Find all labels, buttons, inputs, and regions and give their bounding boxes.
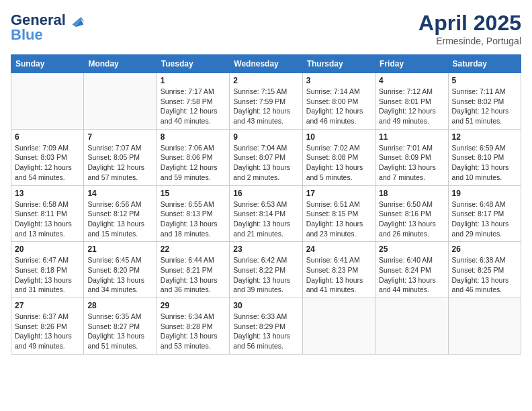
- day-number: 5: [452, 76, 517, 85]
- day-info: Sunrise: 6:40 AM Sunset: 8:24 PM Dayligh…: [379, 255, 444, 295]
- day-info: Sunrise: 6:53 AM Sunset: 8:14 PM Dayligh…: [233, 199, 298, 239]
- day-info: Sunrise: 6:55 AM Sunset: 8:13 PM Dayligh…: [161, 199, 226, 239]
- day-number: 8: [161, 132, 226, 142]
- day-info: Sunrise: 6:47 AM Sunset: 8:18 PM Dayligh…: [15, 255, 80, 295]
- day-info: Sunrise: 6:51 AM Sunset: 8:15 PM Dayligh…: [306, 199, 371, 239]
- calendar-week-row: 1Sunrise: 7:17 AM Sunset: 7:58 PM Daylig…: [11, 73, 521, 130]
- day-number: 12: [452, 132, 517, 142]
- day-info: Sunrise: 7:07 AM Sunset: 8:05 PM Dayligh…: [87, 143, 152, 183]
- calendar-header-row: Sunday Monday Tuesday Wednesday Thursday…: [11, 55, 521, 73]
- day-info: Sunrise: 6:59 AM Sunset: 8:10 PM Dayligh…: [452, 143, 517, 183]
- day-info: Sunrise: 6:56 AM Sunset: 8:12 PM Dayligh…: [87, 199, 152, 239]
- table-row: 8Sunrise: 7:06 AM Sunset: 8:06 PM Daylig…: [157, 129, 229, 185]
- day-number: 1: [161, 76, 226, 85]
- table-row: 15Sunrise: 6:55 AM Sunset: 8:13 PM Dayli…: [157, 185, 229, 242]
- day-number: 17: [306, 189, 371, 198]
- table-row: 5Sunrise: 7:11 AM Sunset: 8:02 PM Daylig…: [448, 73, 521, 130]
- col-thursday: Thursday: [302, 55, 375, 73]
- day-number: 6: [15, 132, 80, 142]
- day-number: 14: [87, 189, 152, 198]
- day-info: Sunrise: 7:04 AM Sunset: 8:07 PM Dayligh…: [233, 143, 298, 183]
- day-info: Sunrise: 7:14 AM Sunset: 8:00 PM Dayligh…: [306, 87, 371, 126]
- logo: General Blue: [11, 11, 86, 43]
- day-number: 27: [15, 301, 80, 310]
- day-info: Sunrise: 6:50 AM Sunset: 8:16 PM Dayligh…: [379, 199, 444, 239]
- table-row: 18Sunrise: 6:50 AM Sunset: 8:16 PM Dayli…: [375, 185, 448, 242]
- calendar-week-row: 6Sunrise: 7:09 AM Sunset: 8:03 PM Daylig…: [11, 129, 521, 185]
- day-number: 16: [233, 189, 298, 198]
- day-number: 26: [452, 244, 517, 254]
- day-info: Sunrise: 7:06 AM Sunset: 8:06 PM Dayligh…: [161, 143, 226, 183]
- day-info: Sunrise: 6:44 AM Sunset: 8:21 PM Dayligh…: [161, 255, 226, 295]
- table-row: 2Sunrise: 7:15 AM Sunset: 7:59 PM Daylig…: [230, 73, 302, 130]
- table-row: 16Sunrise: 6:53 AM Sunset: 8:14 PM Dayli…: [230, 185, 302, 242]
- table-row: 21Sunrise: 6:45 AM Sunset: 8:20 PM Dayli…: [84, 242, 157, 298]
- table-row: 19Sunrise: 6:48 AM Sunset: 8:17 PM Dayli…: [448, 185, 521, 242]
- calendar-week-row: 27Sunrise: 6:37 AM Sunset: 8:26 PM Dayli…: [11, 298, 521, 355]
- day-number: 7: [87, 132, 152, 142]
- table-row: 22Sunrise: 6:44 AM Sunset: 8:21 PM Dayli…: [157, 242, 229, 298]
- day-number: 25: [379, 244, 444, 254]
- col-wednesday: Wednesday: [230, 55, 302, 73]
- day-info: Sunrise: 7:15 AM Sunset: 7:59 PM Dayligh…: [233, 87, 298, 126]
- day-number: 29: [161, 301, 226, 310]
- calendar-subtitle: Ermesinde, Portugal: [418, 36, 521, 46]
- table-row: 10Sunrise: 7:02 AM Sunset: 8:08 PM Dayli…: [302, 129, 375, 185]
- day-info: Sunrise: 7:01 AM Sunset: 8:09 PM Dayligh…: [379, 143, 444, 183]
- table-row: [448, 298, 521, 355]
- table-row: 24Sunrise: 6:41 AM Sunset: 8:23 PM Dayli…: [302, 242, 375, 298]
- day-info: Sunrise: 6:34 AM Sunset: 8:28 PM Dayligh…: [161, 312, 226, 351]
- col-friday: Friday: [375, 55, 448, 73]
- day-number: 4: [379, 76, 444, 85]
- logo-icon: [67, 11, 86, 30]
- day-number: 19: [452, 189, 517, 198]
- table-row: 9Sunrise: 7:04 AM Sunset: 8:07 PM Daylig…: [230, 129, 302, 185]
- day-number: 3: [306, 76, 371, 85]
- table-row: 11Sunrise: 7:01 AM Sunset: 8:09 PM Dayli…: [375, 129, 448, 185]
- day-info: Sunrise: 7:09 AM Sunset: 8:03 PM Dayligh…: [15, 143, 80, 183]
- calendar-title: April 2025: [418, 11, 521, 36]
- table-row: 12Sunrise: 6:59 AM Sunset: 8:10 PM Dayli…: [448, 129, 521, 185]
- day-info: Sunrise: 6:35 AM Sunset: 8:27 PM Dayligh…: [87, 312, 152, 351]
- day-info: Sunrise: 6:42 AM Sunset: 8:22 PM Dayligh…: [233, 255, 298, 295]
- table-row: 3Sunrise: 7:14 AM Sunset: 8:00 PM Daylig…: [302, 73, 375, 130]
- calendar-week-row: 13Sunrise: 6:58 AM Sunset: 8:11 PM Dayli…: [11, 185, 521, 242]
- col-monday: Monday: [84, 55, 157, 73]
- table-row: [302, 298, 375, 355]
- day-info: Sunrise: 7:12 AM Sunset: 8:01 PM Dayligh…: [379, 87, 444, 126]
- table-row: 25Sunrise: 6:40 AM Sunset: 8:24 PM Dayli…: [375, 242, 448, 298]
- day-info: Sunrise: 6:37 AM Sunset: 8:26 PM Dayligh…: [15, 312, 80, 351]
- table-row: 7Sunrise: 7:07 AM Sunset: 8:05 PM Daylig…: [84, 129, 157, 185]
- table-row: 1Sunrise: 7:17 AM Sunset: 7:58 PM Daylig…: [157, 73, 229, 130]
- table-row: 14Sunrise: 6:56 AM Sunset: 8:12 PM Dayli…: [84, 185, 157, 242]
- day-info: Sunrise: 6:45 AM Sunset: 8:20 PM Dayligh…: [87, 255, 152, 295]
- day-number: 18: [379, 189, 444, 198]
- day-number: 28: [87, 301, 152, 310]
- day-info: Sunrise: 6:48 AM Sunset: 8:17 PM Dayligh…: [452, 199, 517, 239]
- table-row: [84, 73, 157, 130]
- table-row: 13Sunrise: 6:58 AM Sunset: 8:11 PM Dayli…: [11, 185, 84, 242]
- day-number: 30: [233, 301, 298, 310]
- calendar-table: Sunday Monday Tuesday Wednesday Thursday…: [11, 54, 521, 355]
- table-row: 26Sunrise: 6:38 AM Sunset: 8:25 PM Dayli…: [448, 242, 521, 298]
- page-header: General Blue April 2025 Ermesinde, Portu…: [11, 11, 521, 46]
- calendar-week-row: 20Sunrise: 6:47 AM Sunset: 8:18 PM Dayli…: [11, 242, 521, 298]
- day-number: 23: [233, 244, 298, 254]
- col-tuesday: Tuesday: [157, 55, 229, 73]
- title-area: April 2025 Ermesinde, Portugal: [418, 11, 521, 46]
- day-info: Sunrise: 7:17 AM Sunset: 7:58 PM Dayligh…: [161, 87, 226, 126]
- col-sunday: Sunday: [11, 55, 84, 73]
- table-row: 30Sunrise: 6:33 AM Sunset: 8:29 PM Dayli…: [230, 298, 302, 355]
- day-number: 2: [233, 76, 298, 85]
- table-row: 4Sunrise: 7:12 AM Sunset: 8:01 PM Daylig…: [375, 73, 448, 130]
- table-row: 17Sunrise: 6:51 AM Sunset: 8:15 PM Dayli…: [302, 185, 375, 242]
- table-row: [11, 73, 84, 130]
- day-info: Sunrise: 7:02 AM Sunset: 8:08 PM Dayligh…: [306, 143, 371, 183]
- col-saturday: Saturday: [448, 55, 521, 73]
- day-number: 10: [306, 132, 371, 142]
- table-row: 6Sunrise: 7:09 AM Sunset: 8:03 PM Daylig…: [11, 129, 84, 185]
- day-info: Sunrise: 7:11 AM Sunset: 8:02 PM Dayligh…: [452, 87, 517, 126]
- day-number: 9: [233, 132, 298, 142]
- table-row: 23Sunrise: 6:42 AM Sunset: 8:22 PM Dayli…: [230, 242, 302, 298]
- table-row: 20Sunrise: 6:47 AM Sunset: 8:18 PM Dayli…: [11, 242, 84, 298]
